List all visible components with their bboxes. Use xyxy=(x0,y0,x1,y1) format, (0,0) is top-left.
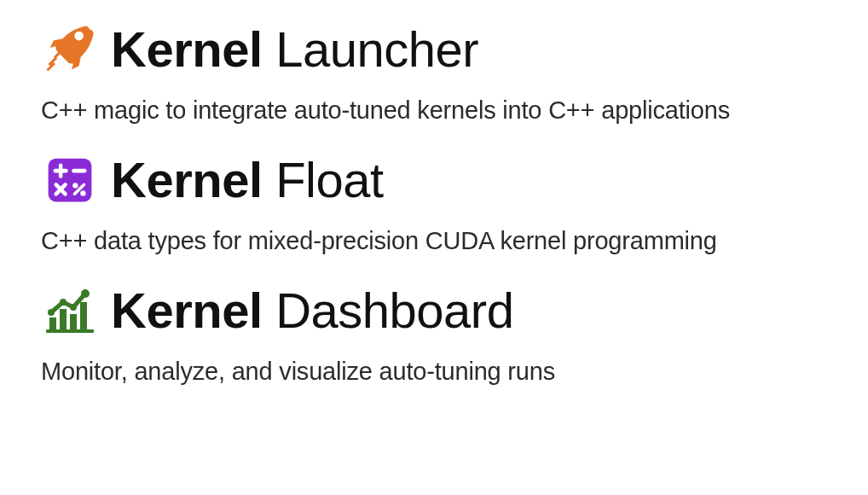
rocket-icon xyxy=(41,20,99,79)
svg-point-15 xyxy=(48,309,55,316)
svg-point-18 xyxy=(81,289,90,298)
svg-point-17 xyxy=(70,304,77,311)
product-title: Kernel Float xyxy=(111,155,384,205)
title-bold: Kernel xyxy=(111,21,263,77)
product-title: Kernel Dashboard xyxy=(111,286,513,335)
svg-point-0 xyxy=(76,33,81,38)
math-ops-icon xyxy=(41,151,99,209)
product-description: C++ data types for mixed-precision CUDA … xyxy=(41,224,827,258)
title-thin: Dashboard xyxy=(275,282,513,338)
product-description: C++ magic to integrate auto-tuned kernel… xyxy=(41,94,827,127)
title-bold: Kernel xyxy=(111,152,263,207)
product-title: Kernel Launcher xyxy=(111,25,478,74)
svg-rect-10 xyxy=(46,329,94,333)
svg-rect-11 xyxy=(49,317,56,329)
svg-rect-13 xyxy=(70,314,77,329)
product-entry-dashboard: Kernel Dashboard Monitor, analyze, and v… xyxy=(41,282,827,388)
product-title-row: Kernel Float xyxy=(41,151,827,209)
product-description: Monitor, analyze, and visualize auto-tun… xyxy=(41,355,827,388)
product-title-row: Kernel Dashboard xyxy=(41,282,827,340)
title-thin: Launcher xyxy=(275,21,478,77)
product-title-row: Kernel Launcher xyxy=(41,20,827,79)
title-bold: Kernel xyxy=(111,282,263,338)
svg-point-16 xyxy=(60,299,67,306)
svg-rect-12 xyxy=(60,309,67,329)
svg-point-8 xyxy=(80,190,85,195)
chart-icon xyxy=(41,282,99,340)
product-entry-launcher: Kernel Launcher C++ magic to integrate a… xyxy=(41,20,827,127)
svg-point-7 xyxy=(72,183,78,188)
product-entry-float: Kernel Float C++ data types for mixed-pr… xyxy=(41,151,827,258)
svg-rect-14 xyxy=(80,302,87,329)
title-thin: Float xyxy=(275,152,383,207)
